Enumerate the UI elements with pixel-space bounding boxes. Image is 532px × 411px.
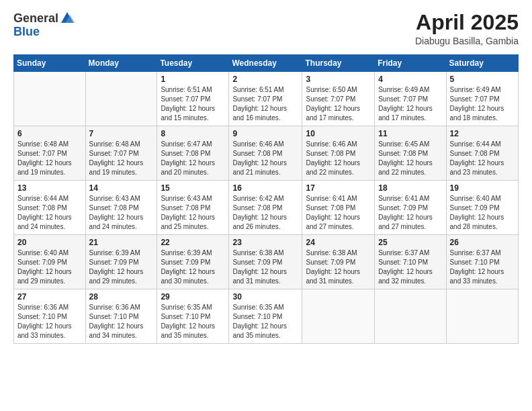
calendar-header: SundayMondayTuesdayWednesdayThursdayFrid…	[14, 55, 519, 72]
title-block: April 2025 Diabugu Basilla, Gambia	[415, 11, 519, 46]
calendar-cell	[446, 289, 518, 344]
calendar-cell: 1Sunrise: 6:51 AMSunset: 7:07 PMDaylight…	[157, 72, 229, 126]
calendar-cell: 17Sunrise: 6:41 AMSunset: 7:08 PMDayligh…	[302, 181, 375, 235]
day-info: Sunrise: 6:37 AMSunset: 7:10 PMDaylight:…	[450, 248, 515, 286]
calendar-cell: 25Sunrise: 6:37 AMSunset: 7:10 PMDayligh…	[375, 235, 446, 289]
logo-general-text: General	[13, 12, 58, 24]
day-number: 8	[161, 129, 225, 138]
day-number: 27	[17, 292, 82, 302]
calendar-cell: 29Sunrise: 6:35 AMSunset: 7:10 PMDayligh…	[157, 289, 229, 344]
calendar-cell: 2Sunrise: 6:51 AMSunset: 7:07 PMDaylight…	[229, 72, 302, 126]
calendar-cell: 27Sunrise: 6:36 AMSunset: 7:10 PMDayligh…	[14, 289, 86, 344]
day-info: Sunrise: 6:49 AMSunset: 7:07 PMDaylight:…	[450, 85, 515, 123]
calendar-cell: 14Sunrise: 6:43 AMSunset: 7:08 PMDayligh…	[85, 181, 157, 235]
day-info: Sunrise: 6:41 AMSunset: 7:08 PMDaylight:…	[306, 194, 371, 232]
weekday-header-tuesday: Tuesday	[157, 55, 229, 72]
calendar-cell: 15Sunrise: 6:43 AMSunset: 7:08 PMDayligh…	[157, 181, 229, 235]
day-number: 22	[161, 238, 225, 247]
calendar-cell: 3Sunrise: 6:50 AMSunset: 7:07 PMDaylight…	[302, 72, 375, 126]
calendar-cell: 5Sunrise: 6:49 AMSunset: 7:07 PMDaylight…	[446, 72, 518, 126]
calendar-cell: 30Sunrise: 6:35 AMSunset: 7:10 PMDayligh…	[229, 289, 302, 344]
day-info: Sunrise: 6:51 AMSunset: 7:07 PMDaylight:…	[232, 85, 298, 123]
calendar-cell: 28Sunrise: 6:36 AMSunset: 7:10 PMDayligh…	[85, 289, 157, 344]
day-number: 6	[17, 129, 82, 138]
calendar-table: SundayMondayTuesdayWednesdayThursdayFrid…	[13, 54, 519, 344]
calendar-week-3: 13Sunrise: 6:44 AMSunset: 7:08 PMDayligh…	[14, 181, 519, 235]
day-info: Sunrise: 6:44 AMSunset: 7:08 PMDaylight:…	[450, 140, 515, 177]
logo-icon	[60, 11, 75, 26]
day-number: 7	[89, 129, 154, 138]
calendar-cell: 9Sunrise: 6:46 AMSunset: 7:08 PMDaylight…	[229, 126, 302, 181]
weekday-header-thursday: Thursday	[302, 55, 375, 72]
day-number: 3	[306, 75, 371, 84]
day-info: Sunrise: 6:45 AMSunset: 7:08 PMDaylight:…	[378, 140, 442, 177]
day-number: 15	[161, 183, 225, 193]
day-info: Sunrise: 6:43 AMSunset: 7:08 PMDaylight:…	[161, 194, 225, 232]
day-number: 18	[378, 183, 442, 193]
calendar-cell: 12Sunrise: 6:44 AMSunset: 7:08 PMDayligh…	[446, 126, 518, 181]
calendar-cell: 18Sunrise: 6:41 AMSunset: 7:09 PMDayligh…	[375, 181, 446, 235]
day-info: Sunrise: 6:49 AMSunset: 7:07 PMDaylight:…	[378, 85, 442, 123]
day-info: Sunrise: 6:41 AMSunset: 7:09 PMDaylight:…	[378, 194, 442, 232]
day-info: Sunrise: 6:48 AMSunset: 7:07 PMDaylight:…	[89, 140, 154, 177]
day-number: 24	[306, 238, 371, 247]
day-number: 9	[232, 129, 298, 138]
day-info: Sunrise: 6:46 AMSunset: 7:08 PMDaylight:…	[232, 140, 298, 177]
day-number: 4	[378, 75, 442, 84]
day-info: Sunrise: 6:39 AMSunset: 7:09 PMDaylight:…	[161, 248, 225, 286]
calendar-cell	[85, 72, 157, 126]
day-info: Sunrise: 6:36 AMSunset: 7:10 PMDaylight:…	[89, 303, 154, 340]
calendar-cell: 16Sunrise: 6:42 AMSunset: 7:08 PMDayligh…	[229, 181, 302, 235]
day-number: 2	[232, 75, 298, 84]
calendar-cell: 10Sunrise: 6:46 AMSunset: 7:08 PMDayligh…	[302, 126, 375, 181]
day-info: Sunrise: 6:37 AMSunset: 7:10 PMDaylight:…	[378, 248, 442, 286]
day-number: 16	[232, 183, 298, 193]
day-info: Sunrise: 6:48 AMSunset: 7:07 PMDaylight:…	[17, 140, 82, 177]
calendar-cell: 13Sunrise: 6:44 AMSunset: 7:08 PMDayligh…	[14, 181, 86, 235]
day-number: 19	[450, 183, 515, 193]
day-number: 28	[89, 292, 154, 302]
day-info: Sunrise: 6:50 AMSunset: 7:07 PMDaylight:…	[306, 85, 371, 123]
calendar-cell	[375, 289, 446, 344]
calendar-cell: 6Sunrise: 6:48 AMSunset: 7:07 PMDaylight…	[14, 126, 86, 181]
weekday-header-saturday: Saturday	[446, 55, 518, 72]
calendar-cell: 24Sunrise: 6:38 AMSunset: 7:09 PMDayligh…	[302, 235, 375, 289]
calendar-cell: 11Sunrise: 6:45 AMSunset: 7:08 PMDayligh…	[375, 126, 446, 181]
day-info: Sunrise: 6:35 AMSunset: 7:10 PMDaylight:…	[232, 303, 298, 340]
calendar-week-5: 27Sunrise: 6:36 AMSunset: 7:10 PMDayligh…	[14, 289, 519, 344]
calendar-cell: 22Sunrise: 6:39 AMSunset: 7:09 PMDayligh…	[157, 235, 229, 289]
title-location: Diabugu Basilla, Gambia	[415, 36, 519, 46]
day-info: Sunrise: 6:36 AMSunset: 7:10 PMDaylight:…	[17, 303, 82, 340]
calendar-cell: 21Sunrise: 6:39 AMSunset: 7:09 PMDayligh…	[85, 235, 157, 289]
logo-blue-text: Blue	[13, 26, 40, 38]
calendar-cell: 4Sunrise: 6:49 AMSunset: 7:07 PMDaylight…	[375, 72, 446, 126]
day-info: Sunrise: 6:42 AMSunset: 7:08 PMDaylight:…	[232, 194, 298, 232]
day-info: Sunrise: 6:38 AMSunset: 7:09 PMDaylight:…	[306, 248, 371, 286]
weekday-header-wednesday: Wednesday	[229, 55, 302, 72]
weekday-header-row: SundayMondayTuesdayWednesdayThursdayFrid…	[14, 55, 519, 72]
day-info: Sunrise: 6:39 AMSunset: 7:09 PMDaylight:…	[89, 248, 154, 286]
calendar-week-1: 1Sunrise: 6:51 AMSunset: 7:07 PMDaylight…	[14, 72, 519, 126]
calendar-body: 1Sunrise: 6:51 AMSunset: 7:07 PMDaylight…	[14, 72, 519, 344]
day-info: Sunrise: 6:44 AMSunset: 7:08 PMDaylight:…	[17, 194, 82, 232]
day-number: 13	[17, 183, 82, 193]
day-number: 11	[378, 129, 442, 138]
calendar-cell	[14, 72, 86, 126]
calendar-cell	[302, 289, 375, 344]
day-info: Sunrise: 6:51 AMSunset: 7:07 PMDaylight:…	[161, 85, 225, 123]
day-info: Sunrise: 6:40 AMSunset: 7:09 PMDaylight:…	[450, 194, 515, 232]
day-info: Sunrise: 6:38 AMSunset: 7:09 PMDaylight:…	[232, 248, 298, 286]
day-info: Sunrise: 6:47 AMSunset: 7:08 PMDaylight:…	[161, 140, 225, 177]
day-number: 10	[306, 129, 371, 138]
day-number: 12	[450, 129, 515, 138]
page: General Blue April 2025 Diabugu Basilla,…	[0, 0, 532, 411]
logo: General Blue	[13, 11, 75, 38]
day-info: Sunrise: 6:46 AMSunset: 7:08 PMDaylight:…	[306, 140, 371, 177]
day-info: Sunrise: 6:35 AMSunset: 7:10 PMDaylight:…	[161, 303, 225, 340]
weekday-header-monday: Monday	[85, 55, 157, 72]
day-number: 30	[232, 292, 298, 302]
day-number: 20	[17, 238, 82, 247]
calendar-cell: 8Sunrise: 6:47 AMSunset: 7:08 PMDaylight…	[157, 126, 229, 181]
day-number: 25	[378, 238, 442, 247]
day-number: 14	[89, 183, 154, 193]
